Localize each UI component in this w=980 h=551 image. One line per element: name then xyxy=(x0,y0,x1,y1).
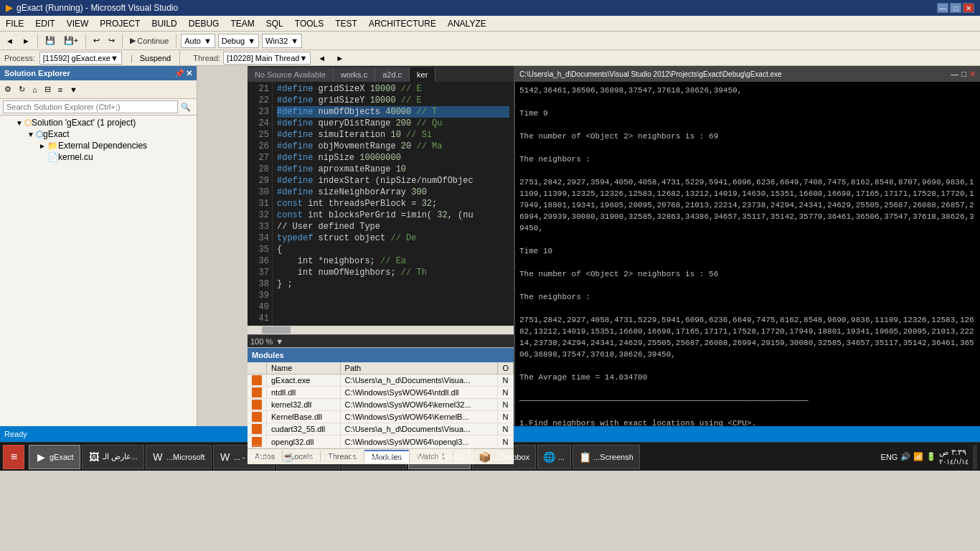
tree-item-kernel-cu[interactable]: 📄 kernel.cu xyxy=(1,151,195,163)
debug-dropdown[interactable]: Debug ▼ xyxy=(218,34,259,48)
taskbar-item-6[interactable]: V...Visual S xyxy=(408,445,471,469)
console-maximize[interactable]: □ xyxy=(961,70,966,79)
taskbar-icon-6: V xyxy=(415,451,426,463)
console-controls[interactable]: — □ ✕ xyxy=(951,70,976,79)
col-opt[interactable]: O xyxy=(498,362,514,375)
menu-bar: FILE EDIT VIEW PROJECT BUILD DEBUG TEAM … xyxy=(0,16,980,32)
forward-button[interactable]: ► xyxy=(19,35,33,47)
taskbar-item-0[interactable]: ▶gExact xyxy=(29,445,80,469)
minimize-button[interactable]: — xyxy=(937,3,948,13)
refresh-button[interactable]: ↻ xyxy=(16,83,28,95)
app-icon: ▶ xyxy=(6,3,12,13)
console-minimize[interactable]: — xyxy=(951,70,958,79)
toolbar-separator-5 xyxy=(179,51,180,65)
tree-item-gexact[interactable]: ▼ ⬡ gExact xyxy=(1,128,195,140)
menu-test[interactable]: TEST xyxy=(329,17,363,30)
taskbar-icon-7: 📦 xyxy=(479,451,490,463)
status-text: Ready xyxy=(4,430,976,438)
properties-button[interactable]: ⚙ xyxy=(1,83,14,95)
taskbar-item-5[interactable]: P...explain_l xyxy=(341,445,407,469)
search-button[interactable]: 🔍 xyxy=(178,101,194,113)
thread-nav-btn1[interactable]: ◄ xyxy=(315,52,329,64)
save-all-button[interactable]: 💾+ xyxy=(61,34,81,47)
table-row[interactable]: gExact.exe C:\Users\a_h_d\Documents\Visu… xyxy=(248,375,514,387)
taskbar-icon-8: 🌐 xyxy=(544,451,555,463)
taskbar-item-1[interactable]: 🖼عارض الـ... xyxy=(82,445,144,469)
table-row[interactable]: kernel32.dll C:\Windows\SysWOW64\kernel3… xyxy=(248,399,514,411)
taskbar-item-9[interactable]: 📋...Screensh xyxy=(573,445,640,469)
tree-item-external-deps[interactable]: ► 📁 External Dependencies xyxy=(1,140,195,151)
sys-tray: ENG 🔊 📶 🔋 ٣:٣٩ ص ٢٠١٤/١/١٤ xyxy=(881,445,977,469)
menu-architecture[interactable]: ARCHITECTURE xyxy=(363,17,442,30)
panel-header-controls[interactable]: 📌 ✕ xyxy=(174,69,192,78)
thread-nav-btn2[interactable]: ► xyxy=(333,52,347,64)
thread-dropdown[interactable]: [10228] Main Thread ▼ xyxy=(223,52,311,65)
menu-build[interactable]: BUILD xyxy=(146,17,182,30)
back-button[interactable]: ◄ xyxy=(3,35,17,47)
module-path: C:\Windows\SysWOW64\KernelB... xyxy=(340,411,498,423)
battery-icon: 🔋 xyxy=(926,452,936,461)
solution-explorer: Solution Explorer 📌 ✕ ⚙ ↻ ⌂ ⊟ ≡ ▼ 🔍 xyxy=(0,66,197,426)
table-row[interactable]: KernelBase.dll C:\Windows\SysWOW64\Kerne… xyxy=(248,411,514,423)
redo-button[interactable]: ↪ xyxy=(105,34,118,47)
console-title-bar: C:\Users\a_h_d\Documents\Visual Studio 2… xyxy=(515,66,980,82)
taskbar-item-8[interactable]: 🌐... xyxy=(537,445,571,469)
suspend-button[interactable]: Suspend xyxy=(137,52,174,64)
tree-item-solution[interactable]: ▼ ⬡ Solution 'gExact' (1 project) xyxy=(1,117,195,128)
taskbar-item-2[interactable]: W...Microsoft xyxy=(146,445,212,469)
undo-button[interactable]: ↩ xyxy=(90,34,103,47)
console-close[interactable]: ✕ xyxy=(969,70,976,79)
zoom-dropdown-icon[interactable]: ▼ xyxy=(275,337,283,346)
menu-project[interactable]: PROJECT xyxy=(94,17,146,30)
col-name[interactable]: Name xyxy=(267,362,341,375)
horizontal-scrollbar[interactable] xyxy=(248,326,514,334)
close-button[interactable]: ✕ xyxy=(963,3,974,13)
taskbar-item-7[interactable]: 📦...Dropbox xyxy=(472,445,536,469)
code-text[interactable]: #define gridSizeX 10000 // E#define grid… xyxy=(273,82,514,326)
module-icon-cell xyxy=(248,411,267,423)
menu-file[interactable]: FILE xyxy=(0,17,29,30)
maximize-button[interactable]: □ xyxy=(950,3,961,13)
search-input[interactable] xyxy=(3,100,178,113)
module-icon-cell xyxy=(248,387,267,399)
col-path[interactable]: Path xyxy=(340,362,498,375)
menu-tools[interactable]: TOOLS xyxy=(289,17,329,30)
platform-dropdown[interactable]: Win32 ▼ xyxy=(262,34,302,48)
menu-edit[interactable]: EDIT xyxy=(29,17,60,30)
menu-analyze[interactable]: ANALYZE xyxy=(442,17,492,30)
process-dropdown[interactable]: [11592] gExact.exe ▼ xyxy=(39,52,122,65)
menu-view[interactable]: VIEW xyxy=(61,17,95,30)
tab-works-c[interactable]: works.c xyxy=(334,67,375,82)
scroll-thumb[interactable] xyxy=(262,326,291,334)
pin-button[interactable]: 📌 xyxy=(174,69,184,78)
solution-tree: ▼ ⬡ Solution 'gExact' (1 project) ▼ ⬡ gE… xyxy=(0,116,197,426)
taskbar-icon-2: W xyxy=(152,451,164,463)
tab-bar: No Source Available works.c a2d.c ker xyxy=(248,66,514,82)
table-row[interactable]: ntdll.dll C:\Windows\SysWOW64\ntdll.dll … xyxy=(248,387,514,399)
clock: ٣:٣٩ ص ٢٠١٤/١/١٤ xyxy=(939,448,969,466)
menu-sql[interactable]: SQL xyxy=(260,17,289,30)
window-controls[interactable]: — □ ✕ xyxy=(937,3,974,13)
continue-button[interactable]: ▶ Continue xyxy=(127,34,171,47)
taskbar-item-3[interactable]: W... - tables xyxy=(213,445,275,469)
collapse-button[interactable]: ⊟ xyxy=(42,83,54,95)
console-panel: C:\Users\a_h_d\Documents\Visual Studio 2… xyxy=(514,66,980,426)
menu-debug[interactable]: DEBUG xyxy=(183,17,225,30)
zoom-bar: 100 % ▼ xyxy=(248,334,514,347)
show-desktop-button[interactable] xyxy=(973,445,977,469)
tab-ker[interactable]: ker xyxy=(410,67,435,82)
tab-a2d-c[interactable]: a2d.c xyxy=(375,67,410,82)
home-button[interactable]: ⌂ xyxy=(29,84,40,95)
start-button[interactable]: ⊞ xyxy=(3,445,24,469)
toolbar-separator-4 xyxy=(176,34,176,48)
tab-no-source[interactable]: No Source Available xyxy=(248,67,334,82)
menu-team[interactable]: TEAM xyxy=(225,17,260,30)
save-button[interactable]: 💾 xyxy=(42,34,58,47)
toggle-button[interactable]: ≡ xyxy=(55,84,65,95)
taskbar-item-4[interactable]: ☕...Java - M xyxy=(276,445,340,469)
config-dropdown[interactable]: Auto ▼ xyxy=(181,34,215,48)
module-path: C:\Windows\SysWOW64\kernel32... xyxy=(340,399,498,411)
filter-button[interactable]: ▼ xyxy=(67,84,80,95)
close-panel-button[interactable]: ✕ xyxy=(186,69,192,78)
center-column: No Source Available works.c a2d.c ker 21… xyxy=(248,66,514,426)
